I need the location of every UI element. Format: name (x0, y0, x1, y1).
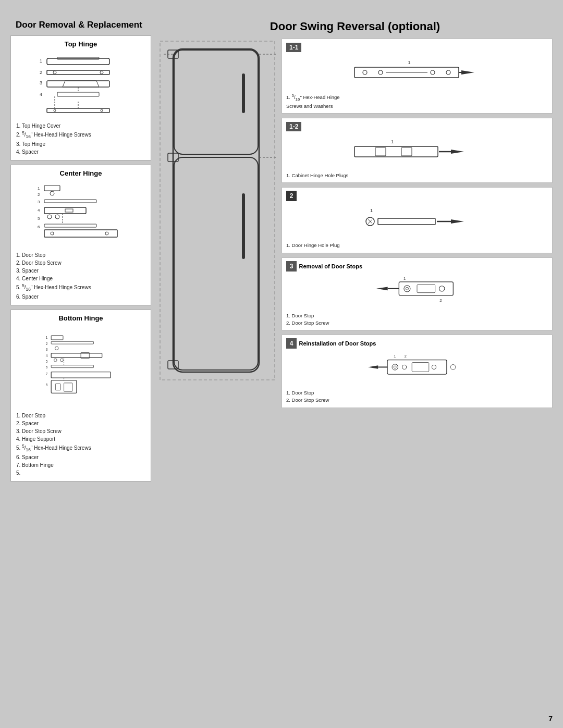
svg-rect-23 (44, 200, 96, 203)
svg-rect-39 (51, 341, 93, 344)
svg-text:7: 7 (46, 372, 48, 376)
svg-text:2: 2 (40, 70, 42, 75)
step-4-title: Reinstallation of Door Stops (299, 340, 376, 347)
svg-rect-32 (44, 230, 117, 237)
bottom-hinge-label-7: 7. Bottom Hinge (16, 461, 145, 469)
svg-rect-89 (378, 218, 435, 225)
center-hinge-diagram: 1 2 3 4 5 6 (16, 180, 145, 248)
step-4-caption: 1. Door Stop2. Door Stop Screw (286, 389, 548, 404)
bottom-hinge-label-4: 4. Hinge Support (16, 435, 145, 443)
bottom-hinge-box: Bottom Hinge 1 2 3 4 5 6 (10, 310, 151, 482)
right-title: Door Swing Reversal (optional) (163, 20, 547, 33)
svg-rect-93 (399, 282, 453, 295)
bottom-hinge-labels: 1. Door Stop 2. Spacer 3. Door Stop Scre… (16, 412, 145, 477)
svg-text:2: 2 (439, 298, 442, 303)
svg-point-108 (432, 365, 436, 369)
svg-point-111 (450, 364, 456, 369)
page-number: 7 (548, 714, 553, 723)
svg-point-33 (51, 232, 54, 235)
left-title: Door Removal & Replacement (16, 20, 146, 30)
svg-text:5: 5 (38, 216, 40, 221)
fridge-svg (157, 39, 277, 393)
svg-text:5: 5 (46, 360, 48, 363)
svg-marker-98 (376, 287, 388, 291)
step-1-1-box: 1-1 (282, 39, 553, 114)
svg-rect-8 (47, 81, 109, 87)
svg-text:1: 1 (370, 208, 373, 213)
svg-point-34 (105, 232, 108, 235)
svg-rect-58 (173, 49, 259, 372)
top-hinge-labels: 1. Top Hinge Cover 2. 5/16" Hex-Head Hin… (16, 122, 145, 156)
svg-marker-9 (63, 81, 99, 87)
svg-point-29 (55, 215, 59, 219)
center-hinge-label-4: 4. Center Hinge (16, 275, 145, 282)
step-3-caption: 1. Door Stop2. Door Stop Screw (286, 312, 548, 327)
center-hinge-label-2: 2. Door Stop Screw (16, 259, 145, 267)
svg-rect-82 (401, 147, 412, 156)
svg-rect-51 (51, 372, 111, 378)
bottom-hinge-title: Bottom Hinge (16, 314, 145, 322)
svg-point-16 (54, 109, 56, 112)
svg-text:3: 3 (40, 80, 42, 85)
step-1-2-box: 1-2 1 1. Cabinet Hinge (282, 118, 553, 183)
svg-rect-54 (64, 383, 72, 391)
center-hinge-label-1: 1. Door Stop (16, 251, 145, 259)
svg-rect-19 (44, 186, 60, 191)
step-4-label: 4 (286, 338, 297, 349)
left-panel: Door Removal & Replacement Top Hinge 1 2… (10, 16, 151, 486)
top-hinge-diagram: 1 2 3 4 (16, 51, 145, 119)
step-3-box: 3 Removal of Door Stops 1 (282, 257, 553, 331)
svg-point-47 (60, 359, 64, 362)
svg-rect-49 (51, 365, 93, 368)
svg-point-105 (394, 366, 396, 368)
bottom-hinge-label-6: 6. Spacer (16, 453, 145, 461)
svg-point-95 (406, 287, 408, 290)
svg-rect-43 (51, 353, 102, 357)
step-3-title: Removal of Door Stops (299, 263, 362, 269)
svg-text:1: 1 (40, 58, 42, 64)
center-hinge-box: Center Hinge 1 2 3 4 5 6 (10, 165, 151, 305)
svg-marker-90 (451, 219, 464, 224)
svg-text:1: 1 (408, 60, 410, 65)
svg-point-28 (47, 215, 52, 219)
svg-marker-83 (451, 150, 464, 154)
fridge-column (157, 39, 277, 486)
right-panel: Door Swing Reversal (optional) (157, 16, 553, 486)
svg-rect-107 (412, 362, 429, 372)
svg-point-6 (100, 71, 103, 74)
center-hinge-title: Center Hinge (16, 169, 145, 177)
bottom-hinge-label-1: 1. Door Stop (16, 412, 145, 419)
step-1-2-caption: 1. Cabinet Hinge Hole Plugs (286, 172, 548, 179)
steps-column: 1-1 (282, 39, 553, 486)
step-1-1-caption: 1. 5/16" Hex-Head HingeScrews and Washer… (286, 93, 548, 110)
svg-text:1: 1 (403, 277, 406, 281)
svg-text:2: 2 (405, 353, 407, 358)
svg-rect-80 (354, 146, 438, 157)
center-hinge-labels: 1. Door Stop 2. Door Stop Screw 3. Space… (16, 251, 145, 301)
top-hinge-title: Top Hinge (16, 40, 145, 48)
right-content: 1-1 (157, 39, 553, 486)
svg-point-106 (402, 365, 407, 369)
bottom-hinge-label-5: 5. 5/16" Hex-Head Hinge Screws (16, 443, 145, 453)
svg-point-17 (101, 109, 103, 112)
step-2-caption: 1. Door Hinge Hole Plug (286, 242, 548, 249)
bottom-hinge-label-2: 2. Spacer (16, 419, 145, 427)
svg-text:4: 4 (46, 354, 48, 357)
svg-text:1: 1 (394, 353, 396, 358)
step-1-2-diagram: 1 (286, 133, 548, 170)
svg-point-71 (363, 70, 367, 75)
step-4-box: 4 Reinstallation of Door Stops 1 2 (282, 335, 553, 408)
step-2-label: 2 (286, 191, 297, 201)
svg-rect-96 (417, 285, 435, 293)
svg-point-41 (55, 347, 58, 350)
top-hinge-label-4: 4. Spacer (16, 148, 145, 156)
step-1-1-diagram: 1 (286, 54, 548, 91)
step-1-1-label: 1-1 (286, 43, 301, 52)
svg-rect-59 (174, 50, 258, 154)
step-4-diagram: 1 2 (286, 351, 548, 387)
svg-text:1: 1 (391, 139, 394, 144)
svg-point-73 (431, 70, 435, 75)
top-hinge-label-3: 3. Top Hinge (16, 140, 145, 148)
svg-rect-60 (174, 157, 258, 370)
top-hinge-label-1: 1. Top Hinge Cover (16, 122, 145, 130)
